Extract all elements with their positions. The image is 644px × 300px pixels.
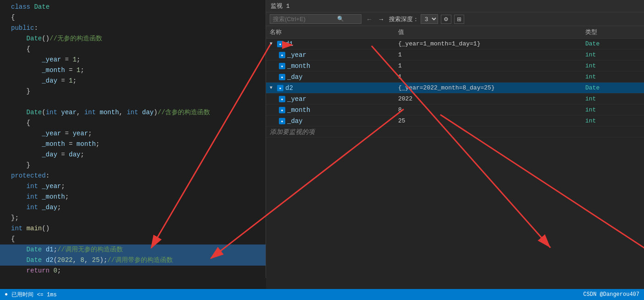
code-text-24: Date d2(2022, 8, 25);//调用带参的构造函数 [11,255,262,266]
code-text-0: class Date [11,2,262,12]
code-line-18: int _month; [0,192,266,202]
watch-row-d1-child-0[interactable]: _year1int [266,50,644,61]
var-icon-child-d1-1 [279,63,285,69]
watch-row-d2[interactable]: ▼d2{_year=2022_month=8_day=25}Date [266,83,644,94]
watch-row-d2-child-2[interactable]: _day25int [266,116,644,127]
watch-child-type-d1-0: int [585,51,640,58]
status-bar: ● 已用时间 <= 1ms CSDN @Dangerou407 [0,289,644,300]
watch-child-value-d2-2: 25 [398,117,585,124]
var-icon-child-d1-2 [279,74,285,80]
code-text-9 [11,97,262,107]
watch-row-d2-child-0[interactable]: _year2022int [266,94,644,105]
watch-child-type-d2-1: int [585,106,640,113]
watch-child-name-d2-1: _month [270,106,398,114]
search-input[interactable] [273,16,337,22]
depth-label: 搜索深度： [389,15,419,23]
var-icon-child-d2-1 [279,107,285,113]
code-text-20: }; [11,213,262,223]
status-time-text: 已用时间 <= 1ms [11,291,56,299]
code-text-23: Date d1;//调用无参的构造函数 [11,244,262,255]
code-text-15: } [11,160,262,171]
status-left: ● 已用时间 <= 1ms [5,291,57,299]
expand-arrow-d2[interactable]: ▼ [270,85,275,90]
search-box-container: 🔍 [270,14,361,24]
watch-child-name-d1-2: _day [270,73,398,81]
code-line-1: { [0,12,266,23]
code-editor-wrapper: class Date{public: Date()//无参的构造函数 { _ye… [0,0,266,289]
watch-row-d1-child-2[interactable]: _day1int [266,72,644,83]
code-text-10: Date(int year, int month, int day)//含参的构… [11,107,262,118]
code-line-14: _day = day; [0,150,266,160]
code-text-12: _year = year; [11,128,262,139]
watch-child-value-d1-1: 1 [398,62,585,69]
watch-item-type-d1: Date [585,40,640,47]
code-text-11: { [11,118,262,128]
code-line-13: _month = month; [0,139,266,150]
code-text-18: int _month; [11,192,262,202]
watch-child-name-d2-0: _year [270,95,398,103]
code-text-6: _month = 1; [11,65,262,76]
code-line-8: } [0,86,266,97]
watch-panel-title: 监视 1 [271,2,290,10]
filter-button[interactable]: ⚙ [441,15,451,24]
code-line-0: class Date [0,2,266,12]
settings-button[interactable]: ⊞ [454,15,464,24]
code-text-21: int main() [11,223,262,234]
watch-child-type-d1-1: int [585,62,640,69]
watch-row-d2-child-1[interactable]: _month8int [266,105,644,116]
code-content: class Date{public: Date()//无参的构造函数 { _ye… [0,0,266,278]
var-icon-d2 [277,85,283,91]
var-icon-child-d2-0 [279,96,285,102]
watch-child-name-d1-1: _month [270,62,398,70]
watch-row-d1-child-1[interactable]: _month1int [266,61,644,72]
code-text-5: _year = 1; [11,55,262,65]
var-icon-d1 [277,41,283,47]
code-text-13: _month = month; [11,139,262,150]
code-editor: class Date{public: Date()//无参的构造函数 { _ye… [0,0,266,278]
code-line-22: { [0,234,266,244]
code-text-16: protected: [11,171,262,181]
watch-row-d1[interactable]: ▼d1{_year=1_month=1_day=1}Date [266,39,644,50]
expand-arrow-d1[interactable]: ▼ [270,41,275,46]
watch-panel: 监视 1 🔍 ← → 搜索深度： 1 2 3 [266,0,644,289]
main-container: class Date{public: Date()//无参的构造函数 { _ye… [0,0,644,289]
code-line-9 [0,97,266,107]
code-line-7: _day = 1; [0,76,266,86]
code-text-3: Date()//无参的构造函数 [11,33,262,44]
watch-child-value-d1-2: 1 [398,73,585,80]
nav-back-button[interactable]: ← [364,15,374,24]
code-line-6: _month = 1; [0,65,266,76]
watch-table: ▼d1{_year=1_month=1_day=1}Date_year1int_… [266,39,644,289]
code-line-12: _year = year; [0,128,266,139]
code-text-8: } [11,86,262,97]
code-text-1: { [11,12,262,23]
watch-toolbar: 🔍 ← → 搜索深度： 1 2 3 4 5 ⚙ ⊞ [266,12,644,26]
code-line-24: Date d2(2022, 8, 25);//调用带参的构造函数 [0,255,266,266]
watch-item-type-d2: Date [585,84,640,91]
var-icon-child-d1-0 [279,52,285,58]
nav-forward-button[interactable]: → [376,15,386,24]
watch-child-value-d2-1: 8 [398,106,585,113]
code-text-25: return 0; [11,266,262,276]
code-line-25: return 0; [0,266,266,276]
watch-child-value-d1-0: 1 [398,51,585,58]
code-text-19: int _day; [11,202,262,213]
watch-item-value-d1: {_year=1_month=1_day=1} [398,40,585,47]
code-line-4: { [0,44,266,55]
code-text-4: { [11,44,262,55]
code-line-23: Date d1;//调用无参的构造函数 [0,244,266,255]
code-line-16: protected: [0,171,266,181]
watch-name-d2: ▼d2 [270,84,398,92]
add-watch-item-row[interactable]: 添加要监视的项 [266,127,644,138]
code-line-2: public: [0,23,266,33]
code-line-15: } [0,160,266,171]
code-line-21: int main() [0,223,266,234]
depth-select[interactable]: 1 2 3 4 5 [421,14,438,24]
code-line-20: }; [0,213,266,223]
code-text-22: { [11,234,262,244]
code-line-3: Date()//无参的构造函数 [0,33,266,44]
watch-child-name-d1-0: _year [270,51,398,59]
watch-panel-wrapper: 监视 1 🔍 ← → 搜索深度： 1 2 3 [266,0,644,289]
code-line-5: _year = 1; [0,55,266,65]
watch-name-d1: ▼d1 [270,40,398,48]
